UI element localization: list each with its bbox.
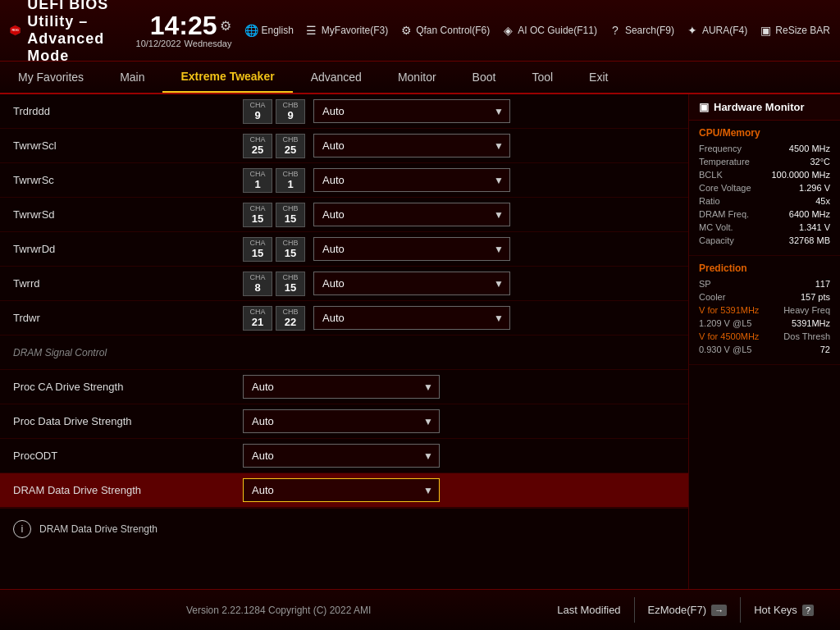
control-twrwrdd[interactable]: Auto ▼ xyxy=(313,237,675,261)
ez-mode-button[interactable]: EzMode(F7) → xyxy=(634,597,741,623)
dropdown-wrapper-proc-ca-drive[interactable]: Auto ▼ xyxy=(243,375,440,399)
hw-label-sp: SP xyxy=(699,279,711,289)
control-proc-data-drive[interactable]: Auto ▼ xyxy=(243,409,675,433)
nav-exit[interactable]: Exit xyxy=(571,62,626,93)
channel-b-twrwrsd: CHB 15 xyxy=(276,203,305,227)
dropdown-dram-data-drive[interactable]: Auto xyxy=(243,478,440,502)
control-twrrd[interactable]: Auto ▼ xyxy=(313,272,675,295)
setting-label-procodt: ProcODT xyxy=(13,450,243,462)
hw-label-mc-volt: MC Volt. xyxy=(699,222,733,232)
hw-value-core-voltage: 1.296 V xyxy=(799,183,830,193)
channel-a-twrrd: CHA 8 xyxy=(243,272,272,296)
dropdown-wrapper-twrwrdd[interactable]: Auto ▼ xyxy=(313,237,510,261)
control-proc-ca-drive[interactable]: Auto ▼ xyxy=(243,375,675,399)
dropdown-wrapper-twrwrsc[interactable]: Auto ▼ xyxy=(313,168,510,192)
dropdown-wrapper-procodt[interactable]: Auto ▼ xyxy=(243,444,440,468)
setting-label-proc-data-drive: Proc Data Drive Strength xyxy=(13,415,243,427)
dropdown-wrapper-twrwrscl[interactable]: Auto ▼ xyxy=(313,134,510,158)
search-label: Search(F9) xyxy=(625,25,674,36)
setting-row-proc-ca-drive: Proc CA Drive Strength Auto ▼ xyxy=(0,370,688,404)
aioc-tool[interactable]: ◈ AI OC Guide(F11) xyxy=(501,24,597,37)
dropdown-twrwrsc[interactable]: Auto xyxy=(313,168,510,192)
date-display: 10/12/2022 Wednesday xyxy=(136,39,232,48)
channel-a-twrwrdd: CHA 15 xyxy=(243,237,272,262)
nav-extreme-tweaker[interactable]: Extreme Tweaker xyxy=(162,62,292,93)
last-modified-button[interactable]: Last Modified xyxy=(544,597,633,623)
dropdown-twrwrsd[interactable]: Auto xyxy=(313,203,510,226)
language-label: English xyxy=(261,25,293,36)
aioc-icon: ◈ xyxy=(501,24,514,37)
dropdown-twrwrscl[interactable]: Auto xyxy=(313,134,510,158)
hw-monitor-title: ▣ Hardware Monitor xyxy=(689,94,840,121)
control-twrwrscl[interactable]: Auto ▼ xyxy=(313,134,675,158)
hw-row-ratio: Ratio 45x xyxy=(699,196,830,206)
myfavorite-label: MyFavorite(F3) xyxy=(322,25,388,36)
nav-advanced[interactable]: Advanced xyxy=(293,62,380,93)
channel-b-twrwrscl: CHB 25 xyxy=(276,134,305,158)
navbar: My Favorites Main Extreme Tweaker Advanc… xyxy=(0,62,840,94)
control-twrwrsc[interactable]: Auto ▼ xyxy=(313,168,675,192)
dropdown-wrapper-trdrddd[interactable]: Auto ▼ xyxy=(313,99,510,123)
main-settings-panel[interactable]: Trdrddd CHA 9 CHB 9 Auto ▼ TwrwrScl xyxy=(0,94,688,589)
dropdown-trdwr[interactable]: Auto xyxy=(313,306,510,330)
dropdown-wrapper-twrwrsd[interactable]: Auto ▼ xyxy=(313,203,510,226)
globe-icon: 🌐 xyxy=(244,24,258,37)
control-twrwrsd[interactable]: Auto ▼ xyxy=(313,203,675,226)
setting-row-twrwrscl: TwrwrScl CHA 25 CHB 25 Auto ▼ xyxy=(0,129,688,163)
dropdown-proc-ca-drive[interactable]: Auto xyxy=(243,375,440,399)
hw-value-cooler: 157 pts xyxy=(801,292,830,302)
dropdown-wrapper-twrrd[interactable]: Auto ▼ xyxy=(313,272,510,295)
channel-b-trdwr: CHB 22 xyxy=(276,306,305,331)
setting-row-twrwrdd: TwrwrDd CHA 15 CHB 15 Auto ▼ xyxy=(0,232,688,267)
nav-tool[interactable]: Tool xyxy=(514,62,571,93)
hw-monitor-icon: ▣ xyxy=(699,101,709,113)
hw-row-bclk: BCLK 100.0000 MHz xyxy=(699,170,830,180)
control-procodt[interactable]: Auto ▼ xyxy=(243,444,675,468)
setting-label-trdwr: Trdwr xyxy=(13,312,243,324)
hw-row-capacity: Capacity 32768 MB xyxy=(699,235,830,245)
hw-value-dram-freq: 6400 MHz xyxy=(789,209,830,219)
resize-tool[interactable]: ▣ ReSize BAR xyxy=(759,24,830,37)
dropdown-procodt[interactable]: Auto xyxy=(243,444,440,468)
dropdown-wrapper-proc-data-drive[interactable]: Auto ▼ xyxy=(243,409,440,433)
nav-boot[interactable]: Boot xyxy=(454,62,514,93)
dropdown-trdrddd[interactable]: Auto xyxy=(313,99,510,123)
settings-gear-icon[interactable]: ⚙ xyxy=(220,18,231,34)
channels-twrwrdd: CHA 15 CHB 15 xyxy=(243,237,305,262)
dropdown-twrwrdd[interactable]: Auto xyxy=(313,237,510,261)
aura-tool[interactable]: ✦ AURA(F4) xyxy=(686,24,747,37)
qfan-tool[interactable]: ⚙ Qfan Control(F6) xyxy=(399,24,490,37)
hw-label-capacity: Capacity xyxy=(699,235,734,245)
nav-monitor[interactable]: Monitor xyxy=(380,62,454,93)
nav-my-favorites[interactable]: My Favorites xyxy=(0,62,102,93)
myfavorite-tool[interactable]: ☰ MyFavorite(F3) xyxy=(305,24,388,37)
control-trdrddd[interactable]: Auto ▼ xyxy=(313,99,675,123)
aioc-label: AI OC Guide(F11) xyxy=(518,25,597,36)
footer-version: Version 2.22.1284 Copyright (C) 2022 AMI xyxy=(13,605,544,616)
nav-main[interactable]: Main xyxy=(102,62,162,93)
logo-area: ROG UEFI BIOS Utility – Advanced Mode xyxy=(10,0,128,65)
section-label-dram-signal: DRAM Signal Control xyxy=(13,347,243,358)
dropdown-twrrd[interactable]: Auto xyxy=(313,272,510,295)
hw-label-dram-freq: DRAM Freq. xyxy=(699,209,749,219)
hw-value-capacity: 32768 MB xyxy=(789,235,830,245)
channel-b-twrwrsc: CHB 1 xyxy=(276,168,305,193)
search-tool[interactable]: ? Search(F9) xyxy=(609,24,674,37)
hw-value-temperature: 32°C xyxy=(810,157,830,167)
info-icon: i xyxy=(13,520,31,538)
hw-label-temperature: Temperature xyxy=(699,157,750,167)
hw-cpu-memory-section: CPU/Memory Frequency 4500 MHz Temperatur… xyxy=(689,121,840,256)
setting-label-twrrd: Twrrd xyxy=(13,277,243,290)
section-dram-signal: DRAM Signal Control xyxy=(0,336,688,370)
qfan-icon: ⚙ xyxy=(399,24,413,37)
hot-keys-button[interactable]: Hot Keys ? xyxy=(740,597,827,623)
header: ROG UEFI BIOS Utility – Advanced Mode 14… xyxy=(0,0,840,62)
dropdown-wrapper-dram-data-drive[interactable]: Auto ▼ xyxy=(243,478,440,502)
dropdown-wrapper-trdwr[interactable]: Auto ▼ xyxy=(313,306,510,330)
setting-row-trdwr: Trdwr CHA 21 CHB 22 Auto ▼ xyxy=(0,301,688,336)
control-dram-data-drive[interactable]: Auto ▼ xyxy=(243,478,675,502)
control-trdwr[interactable]: Auto ▼ xyxy=(313,306,675,330)
language-tool[interactable]: 🌐 English xyxy=(244,24,293,37)
setting-row-twrwrsd: TwrwrSd CHA 15 CHB 15 Auto ▼ xyxy=(0,198,688,232)
dropdown-proc-data-drive[interactable]: Auto xyxy=(243,409,440,433)
